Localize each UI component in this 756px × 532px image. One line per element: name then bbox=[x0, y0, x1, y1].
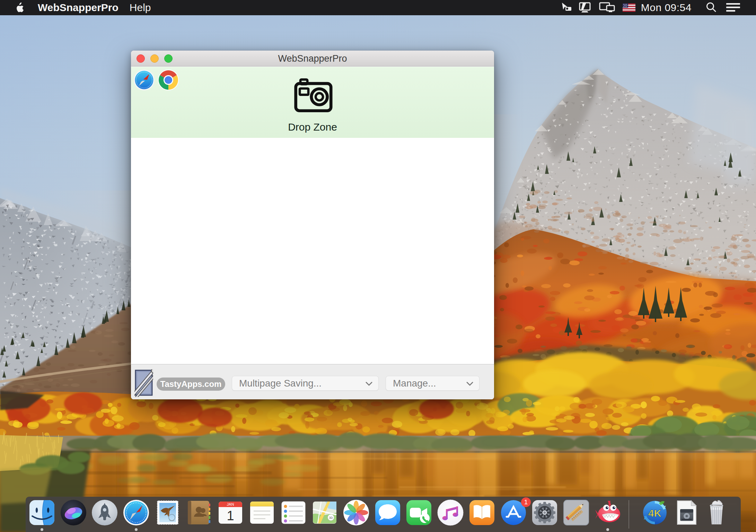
svg-text:1: 1 bbox=[227, 508, 234, 523]
svg-text:4K: 4K bbox=[648, 507, 662, 519]
svg-text:3D: 3D bbox=[329, 516, 333, 520]
svg-text:JAN: JAN bbox=[227, 502, 234, 506]
